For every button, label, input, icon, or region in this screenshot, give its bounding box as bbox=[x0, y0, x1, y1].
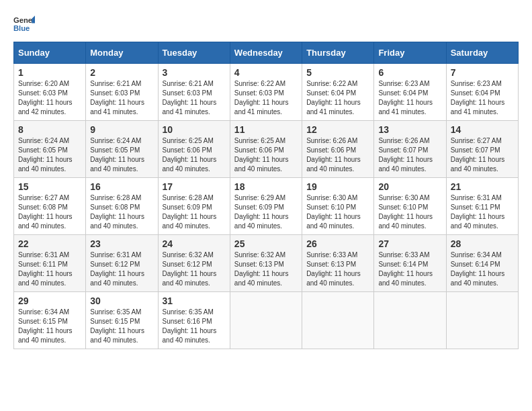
day-info: Sunrise: 6:35 AM Sunset: 6:16 PM Dayligh… bbox=[163, 308, 226, 345]
calendar-cell: 17Sunrise: 6:28 AM Sunset: 6:09 PM Dayli… bbox=[158, 178, 230, 235]
day-info: Sunrise: 6:28 AM Sunset: 6:08 PM Dayligh… bbox=[90, 193, 153, 231]
day-info: Sunrise: 6:20 AM Sunset: 6:03 PM Dayligh… bbox=[18, 79, 81, 117]
day-number: 29 bbox=[18, 295, 81, 306]
day-info: Sunrise: 6:29 AM Sunset: 6:09 PM Dayligh… bbox=[234, 193, 298, 231]
calendar-cell: 30Sunrise: 6:35 AM Sunset: 6:15 PM Dayli… bbox=[86, 292, 158, 349]
calendar-header-row: SundayMondayTuesdayWednesdayThursdayFrid… bbox=[14, 42, 519, 64]
calendar-cell: 15Sunrise: 6:27 AM Sunset: 6:08 PM Dayli… bbox=[14, 178, 86, 235]
day-number: 7 bbox=[451, 67, 514, 78]
calendar-cell: 26Sunrise: 6:33 AM Sunset: 6:13 PM Dayli… bbox=[302, 235, 374, 292]
calendar-table: SundayMondayTuesdayWednesdayThursdayFrid… bbox=[13, 42, 519, 349]
day-number: 23 bbox=[90, 238, 153, 249]
week-row-1: 8Sunrise: 6:24 AM Sunset: 6:05 PM Daylig… bbox=[14, 121, 519, 178]
week-row-2: 15Sunrise: 6:27 AM Sunset: 6:08 PM Dayli… bbox=[14, 178, 519, 235]
day-info: Sunrise: 6:27 AM Sunset: 6:08 PM Dayligh… bbox=[18, 193, 81, 231]
day-number: 28 bbox=[451, 238, 514, 249]
day-number: 11 bbox=[234, 124, 298, 135]
calendar-cell: 11Sunrise: 6:25 AM Sunset: 6:06 PM Dayli… bbox=[230, 121, 302, 178]
logo: General Blue bbox=[13, 13, 35, 35]
day-info: Sunrise: 6:31 AM Sunset: 6:12 PM Dayligh… bbox=[90, 250, 153, 288]
day-number: 31 bbox=[163, 295, 226, 306]
calendar-cell: 31Sunrise: 6:35 AM Sunset: 6:16 PM Dayli… bbox=[158, 292, 230, 349]
day-info: Sunrise: 6:33 AM Sunset: 6:14 PM Dayligh… bbox=[378, 250, 441, 288]
day-info: Sunrise: 6:32 AM Sunset: 6:13 PM Dayligh… bbox=[234, 250, 298, 288]
day-number: 30 bbox=[90, 295, 153, 306]
calendar-cell bbox=[302, 292, 374, 349]
day-number: 21 bbox=[451, 181, 514, 192]
calendar-cell: 7Sunrise: 6:23 AM Sunset: 6:04 PM Daylig… bbox=[446, 64, 518, 121]
day-number: 17 bbox=[163, 181, 226, 192]
calendar-cell: 4Sunrise: 6:22 AM Sunset: 6:03 PM Daylig… bbox=[230, 64, 302, 121]
day-info: Sunrise: 6:35 AM Sunset: 6:15 PM Dayligh… bbox=[90, 308, 153, 345]
day-number: 13 bbox=[378, 124, 441, 135]
day-info: Sunrise: 6:24 AM Sunset: 6:05 PM Dayligh… bbox=[18, 136, 81, 174]
day-number: 1 bbox=[18, 67, 81, 78]
day-number: 5 bbox=[306, 67, 369, 78]
calendar-cell: 5Sunrise: 6:22 AM Sunset: 6:04 PM Daylig… bbox=[302, 64, 374, 121]
day-number: 24 bbox=[163, 238, 226, 249]
day-info: Sunrise: 6:31 AM Sunset: 6:11 PM Dayligh… bbox=[451, 193, 514, 231]
calendar-cell: 18Sunrise: 6:29 AM Sunset: 6:09 PM Dayli… bbox=[230, 178, 302, 235]
day-number: 6 bbox=[378, 67, 441, 78]
header-saturday: Saturday bbox=[446, 42, 518, 64]
day-number: 4 bbox=[234, 67, 298, 78]
day-info: Sunrise: 6:22 AM Sunset: 6:04 PM Dayligh… bbox=[306, 79, 369, 117]
day-number: 18 bbox=[234, 181, 298, 192]
day-number: 16 bbox=[90, 181, 153, 192]
day-number: 8 bbox=[18, 124, 81, 135]
calendar-cell bbox=[374, 292, 446, 349]
header-thursday: Thursday bbox=[302, 42, 374, 64]
header-wednesday: Wednesday bbox=[230, 42, 302, 64]
day-info: Sunrise: 6:33 AM Sunset: 6:13 PM Dayligh… bbox=[306, 250, 369, 288]
calendar-cell: 13Sunrise: 6:26 AM Sunset: 6:07 PM Dayli… bbox=[374, 121, 446, 178]
logo-icon: General Blue bbox=[13, 13, 35, 35]
day-number: 27 bbox=[378, 238, 441, 249]
week-row-0: 1Sunrise: 6:20 AM Sunset: 6:03 PM Daylig… bbox=[14, 64, 519, 121]
calendar-cell: 16Sunrise: 6:28 AM Sunset: 6:08 PM Dayli… bbox=[86, 178, 158, 235]
calendar-cell: 24Sunrise: 6:32 AM Sunset: 6:12 PM Dayli… bbox=[158, 235, 230, 292]
calendar-cell: 6Sunrise: 6:23 AM Sunset: 6:04 PM Daylig… bbox=[374, 64, 446, 121]
calendar-cell: 25Sunrise: 6:32 AM Sunset: 6:13 PM Dayli… bbox=[230, 235, 302, 292]
day-info: Sunrise: 6:25 AM Sunset: 6:06 PM Dayligh… bbox=[234, 136, 298, 174]
day-info: Sunrise: 6:24 AM Sunset: 6:05 PM Dayligh… bbox=[90, 136, 153, 174]
day-info: Sunrise: 6:23 AM Sunset: 6:04 PM Dayligh… bbox=[451, 79, 514, 117]
day-info: Sunrise: 6:26 AM Sunset: 6:07 PM Dayligh… bbox=[378, 136, 441, 174]
calendar-cell: 14Sunrise: 6:27 AM Sunset: 6:07 PM Dayli… bbox=[446, 121, 518, 178]
calendar-cell: 2Sunrise: 6:21 AM Sunset: 6:03 PM Daylig… bbox=[86, 64, 158, 121]
week-row-3: 22Sunrise: 6:31 AM Sunset: 6:11 PM Dayli… bbox=[14, 235, 519, 292]
week-row-4: 29Sunrise: 6:34 AM Sunset: 6:15 PM Dayli… bbox=[14, 292, 519, 349]
day-info: Sunrise: 6:23 AM Sunset: 6:04 PM Dayligh… bbox=[378, 79, 441, 117]
day-number: 26 bbox=[306, 238, 369, 249]
day-number: 2 bbox=[90, 67, 153, 78]
day-info: Sunrise: 6:27 AM Sunset: 6:07 PM Dayligh… bbox=[451, 136, 514, 174]
calendar-cell: 8Sunrise: 6:24 AM Sunset: 6:05 PM Daylig… bbox=[14, 121, 86, 178]
day-number: 15 bbox=[18, 181, 81, 192]
calendar-cell: 20Sunrise: 6:30 AM Sunset: 6:10 PM Dayli… bbox=[374, 178, 446, 235]
calendar-cell: 1Sunrise: 6:20 AM Sunset: 6:03 PM Daylig… bbox=[14, 64, 86, 121]
calendar-cell: 28Sunrise: 6:34 AM Sunset: 6:14 PM Dayli… bbox=[446, 235, 518, 292]
day-info: Sunrise: 6:34 AM Sunset: 6:15 PM Dayligh… bbox=[18, 308, 81, 345]
day-info: Sunrise: 6:30 AM Sunset: 6:10 PM Dayligh… bbox=[306, 193, 369, 231]
day-info: Sunrise: 6:31 AM Sunset: 6:11 PM Dayligh… bbox=[18, 250, 81, 288]
day-number: 9 bbox=[90, 124, 153, 135]
calendar-cell: 10Sunrise: 6:25 AM Sunset: 6:06 PM Dayli… bbox=[158, 121, 230, 178]
calendar-cell: 22Sunrise: 6:31 AM Sunset: 6:11 PM Dayli… bbox=[14, 235, 86, 292]
calendar-cell: 19Sunrise: 6:30 AM Sunset: 6:10 PM Dayli… bbox=[302, 178, 374, 235]
calendar-cell: 12Sunrise: 6:26 AM Sunset: 6:06 PM Dayli… bbox=[302, 121, 374, 178]
day-number: 19 bbox=[306, 181, 369, 192]
day-number: 22 bbox=[18, 238, 81, 249]
calendar-cell: 27Sunrise: 6:33 AM Sunset: 6:14 PM Dayli… bbox=[374, 235, 446, 292]
header-monday: Monday bbox=[86, 42, 158, 64]
day-number: 20 bbox=[378, 181, 441, 192]
calendar-cell bbox=[230, 292, 302, 349]
day-number: 12 bbox=[306, 124, 369, 135]
day-info: Sunrise: 6:26 AM Sunset: 6:06 PM Dayligh… bbox=[306, 136, 369, 174]
day-info: Sunrise: 6:25 AM Sunset: 6:06 PM Dayligh… bbox=[163, 136, 226, 174]
calendar-cell: 29Sunrise: 6:34 AM Sunset: 6:15 PM Dayli… bbox=[14, 292, 86, 349]
svg-text:Blue: Blue bbox=[13, 24, 30, 32]
header-sunday: Sunday bbox=[14, 42, 86, 64]
day-info: Sunrise: 6:34 AM Sunset: 6:14 PM Dayligh… bbox=[451, 250, 514, 288]
header-friday: Friday bbox=[374, 42, 446, 64]
calendar-cell: 21Sunrise: 6:31 AM Sunset: 6:11 PM Dayli… bbox=[446, 178, 518, 235]
calendar-cell: 9Sunrise: 6:24 AM Sunset: 6:05 PM Daylig… bbox=[86, 121, 158, 178]
